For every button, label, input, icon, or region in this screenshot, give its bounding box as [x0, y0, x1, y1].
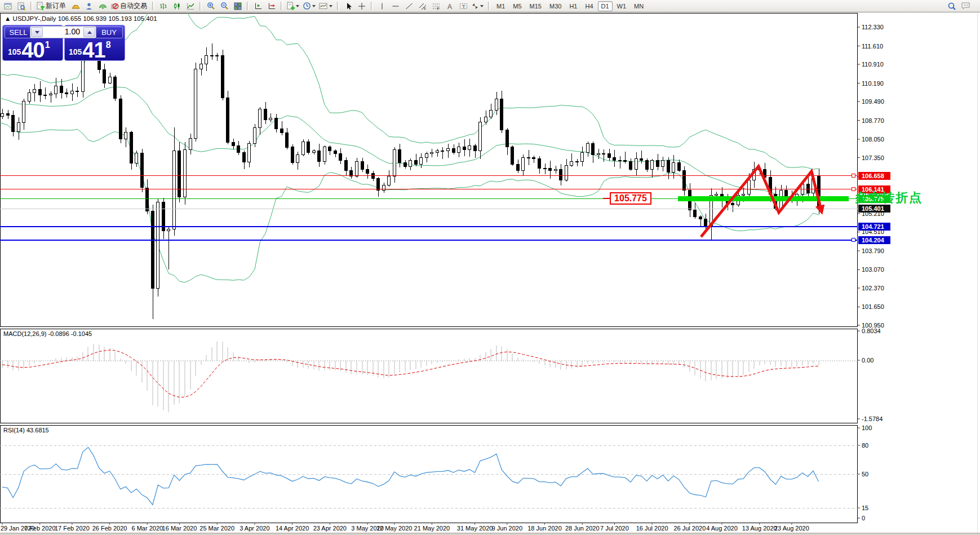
candle-body — [23, 101, 25, 123]
candle-body — [431, 152, 433, 153]
new-order-button[interactable]: 新订单 — [35, 1, 69, 12]
candle-body — [173, 151, 176, 229]
data-window-button[interactable] — [15, 1, 28, 12]
candle-body — [651, 160, 654, 169]
indicators-button[interactable] — [318, 1, 335, 12]
price-level-label-anchor — [603, 198, 610, 199]
x-axis-date: 6 Mar 2020 — [131, 525, 163, 532]
candle-body — [565, 166, 568, 180]
rsi-indicator-label: RSI(14) 43.6815 — [3, 427, 49, 434]
timeframe-m15[interactable]: M15 — [526, 1, 545, 11]
search-button[interactable] — [945, 1, 959, 12]
autotrade-button[interactable]: 自动交易 — [109, 1, 150, 12]
turning-point-annotation[interactable]: 多空转折点 — [855, 189, 923, 206]
charts-window-button[interactable] — [1, 1, 15, 12]
candle-body — [613, 158, 616, 161]
candle-body — [683, 171, 686, 191]
line-handle[interactable] — [852, 174, 855, 178]
bar-chart-mode-button[interactable] — [157, 1, 170, 12]
text-label-tool-button[interactable]: T — [456, 1, 470, 12]
chart-canvas[interactable]: 112.330111.610110.910110.190109.490108.7… — [0, 0, 980, 535]
text-icon: A — [446, 2, 453, 10]
arrows-tool-button[interactable] — [470, 1, 486, 12]
fibonacci-tool-button[interactable]: F — [429, 1, 443, 12]
trendline-tool-button[interactable] — [402, 1, 416, 12]
line-chart-mode-button[interactable] — [184, 1, 197, 12]
periods-button[interactable] — [301, 1, 318, 12]
new-order-label: 新订单 — [46, 1, 66, 11]
candle-body — [345, 160, 348, 171]
x-axis-date: 9 Jun 2020 — [492, 525, 522, 532]
volume-value[interactable]: 1.00 — [43, 26, 83, 38]
timeframe-mn[interactable]: MN — [631, 1, 647, 11]
price-level-label[interactable]: 105.775 — [610, 192, 651, 205]
timeframe-h1[interactable]: H1 — [566, 1, 580, 11]
candle-body — [699, 216, 702, 219]
candle-body — [7, 114, 10, 115]
buy-price-pips: 41 — [82, 42, 105, 59]
new-order-icon — [36, 2, 45, 10]
window-bottom-edge — [0, 533, 980, 535]
timeframe-h4[interactable]: H4 — [582, 1, 596, 11]
channel-tool-button[interactable]: E — [416, 1, 429, 12]
gold-symbol-button[interactable] — [69, 1, 82, 12]
candle-body — [441, 151, 444, 152]
x-axis-date: 14 Apr 2020 — [276, 525, 309, 532]
candle-body — [742, 194, 745, 196]
candle-body — [194, 69, 197, 139]
line-handle[interactable] — [852, 238, 855, 242]
text-tool-button[interactable]: A — [443, 1, 456, 12]
timeframe-m1[interactable]: M1 — [493, 1, 508, 11]
buy-button[interactable]: BUY — [95, 26, 123, 38]
candle-body — [581, 152, 584, 161]
macd-signal-value: -0.1045 — [71, 330, 92, 337]
signals-button[interactable] — [96, 1, 109, 12]
tile-windows-button[interactable] — [231, 1, 245, 12]
chart-window-icon — [4, 2, 12, 10]
horizontal-line-icon — [392, 2, 400, 10]
rsi-axis-label: 80 — [862, 442, 868, 449]
zoom-out-button[interactable] — [218, 1, 231, 12]
candle-body — [135, 153, 138, 163]
chart-shift-button[interactable] — [251, 1, 265, 12]
zoom-in-button[interactable] — [204, 1, 218, 12]
candle-body — [570, 162, 573, 166]
candle-body — [748, 180, 751, 194]
x-axis-date: 26 Jul 2020 — [673, 525, 706, 532]
cursor-tool-button[interactable] — [342, 1, 355, 12]
x-axis-date: 26 Feb 2020 — [92, 525, 127, 532]
vertical-line-tool-button[interactable] — [375, 1, 389, 12]
gold-ingot-icon — [72, 2, 80, 10]
crosshair-tool-button[interactable] — [355, 1, 369, 12]
y-axis-tick: 112.330 — [862, 24, 884, 30]
candle-body — [65, 93, 68, 94]
candle-body — [420, 158, 423, 165]
timeframe-m5[interactable]: M5 — [509, 1, 525, 11]
candle-body — [511, 147, 514, 164]
caret-up-icon — [87, 31, 92, 34]
macd-value: -0.0896 — [48, 330, 69, 337]
sell-button[interactable]: SELL — [5, 26, 32, 38]
auto-scroll-button[interactable] — [265, 1, 278, 12]
volume-increase-button[interactable] — [83, 27, 95, 37]
templates-button[interactable] — [285, 1, 301, 12]
candle-body — [243, 153, 246, 162]
horizontal-line-tool-button[interactable] — [389, 1, 402, 12]
candlestick-mode-button[interactable] — [170, 1, 184, 12]
timeframe-m30[interactable]: M30 — [546, 1, 565, 11]
candle-body — [259, 109, 261, 128]
volume-spinner[interactable]: 1.00 — [30, 26, 96, 38]
timeframe-d1[interactable]: D1 — [598, 1, 613, 11]
arrows-icon — [471, 2, 479, 10]
volume-decrease-button[interactable] — [31, 27, 43, 37]
candle-body — [130, 132, 133, 163]
candle-body — [157, 202, 159, 289]
candle-body — [60, 86, 63, 93]
candle-body — [662, 160, 664, 167]
chat-button[interactable] — [959, 1, 972, 12]
candle-body — [119, 99, 122, 139]
community-button[interactable] — [82, 1, 96, 12]
timeframe-w1[interactable]: W1 — [614, 1, 630, 11]
rsi-axis-label: 50 — [862, 471, 868, 477]
y-axis-tick: 111.610 — [862, 43, 883, 50]
